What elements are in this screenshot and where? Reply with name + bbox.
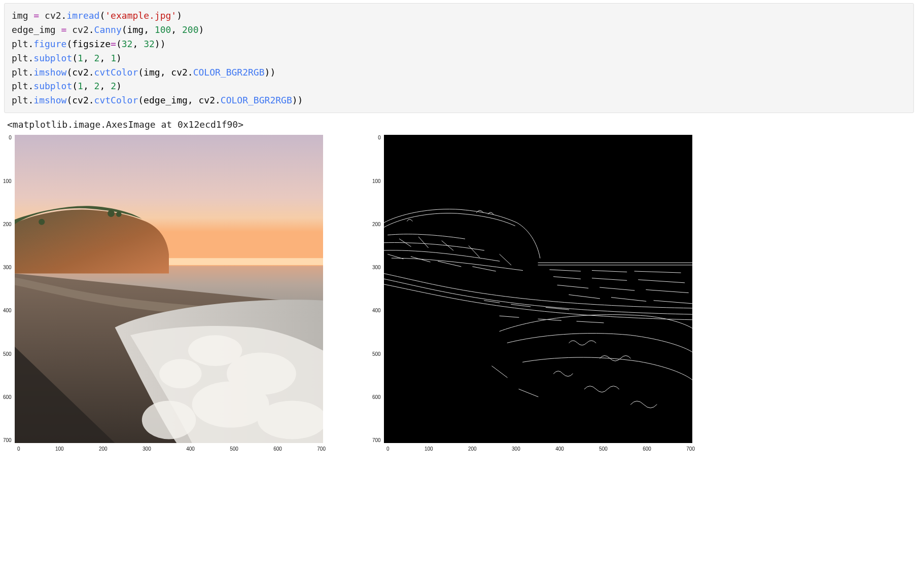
- ytick-label: 600: [372, 394, 381, 400]
- xtick-label: 400: [555, 446, 564, 452]
- subplot-1-yticks: 0 100 200 300 400 500 600 700: [3, 135, 15, 443]
- output-repr-text: <matplotlib.image.AxesImage at 0x12ecd1f…: [0, 115, 918, 131]
- svg-point-8: [159, 359, 202, 389]
- xtick-label: 100: [55, 446, 64, 452]
- ytick-label: 100: [3, 178, 12, 184]
- subplot-2-edge-image: 0 100 200 300 400 500 600 700: [372, 135, 695, 452]
- subplot-1-original-image: 0 100 200 300 400 500 600 700: [3, 135, 326, 452]
- xtick-label: 400: [186, 446, 195, 452]
- svg-point-2: [39, 219, 45, 225]
- xtick-label: 700: [317, 446, 326, 452]
- ytick-label: 400: [3, 308, 12, 313]
- xtick-label: 600: [643, 446, 651, 452]
- svg-point-11: [142, 401, 195, 439]
- svg-point-3: [108, 210, 115, 217]
- svg-point-4: [116, 211, 122, 217]
- ytick-label: 700: [3, 437, 12, 443]
- xtick-label: 300: [512, 446, 520, 452]
- xtick-label: 100: [425, 446, 433, 452]
- ytick-label: 600: [3, 394, 12, 400]
- subplot-1-xticks: 0 100 200 300 400 500 600 700: [17, 443, 326, 452]
- xtick-label: 200: [468, 446, 477, 452]
- ytick-label: 100: [372, 178, 381, 184]
- matplotlib-figure-output: 0 100 200 300 400 500 600 700: [0, 131, 918, 462]
- subplot-2-yticks: 0 100 200 300 400 500 600 700: [372, 135, 384, 443]
- ytick-label: 300: [372, 265, 381, 270]
- ytick-label: 500: [372, 351, 381, 357]
- ytick-label: 400: [372, 308, 381, 313]
- ytick-label: 200: [372, 222, 381, 227]
- subplot-2-xticks: 0 100 200 300 400 500 600 700: [386, 443, 695, 452]
- xtick-label: 500: [230, 446, 238, 452]
- ytick-label: 700: [372, 437, 381, 443]
- ytick-label: 500: [3, 351, 12, 357]
- original-beach-image: [15, 135, 323, 443]
- ytick-label: 0: [9, 135, 12, 140]
- xtick-label: 0: [17, 446, 20, 452]
- xtick-label: 700: [686, 446, 695, 452]
- ytick-label: 0: [378, 135, 381, 140]
- xtick-label: 600: [273, 446, 282, 452]
- ytick-label: 300: [3, 265, 12, 270]
- xtick-label: 200: [99, 446, 108, 452]
- canny-edge-image: [384, 135, 692, 443]
- svg-point-9: [192, 382, 269, 428]
- xtick-label: 300: [143, 446, 151, 452]
- notebook-cell: img = cv2.imread('example.jpg') edge_img…: [0, 3, 918, 462]
- xtick-label: 500: [599, 446, 608, 452]
- code-input-cell[interactable]: img = cv2.imread('example.jpg') edge_img…: [4, 3, 914, 113]
- xtick-label: 0: [386, 446, 390, 452]
- svg-rect-5: [169, 258, 323, 265]
- ytick-label: 200: [3, 222, 12, 227]
